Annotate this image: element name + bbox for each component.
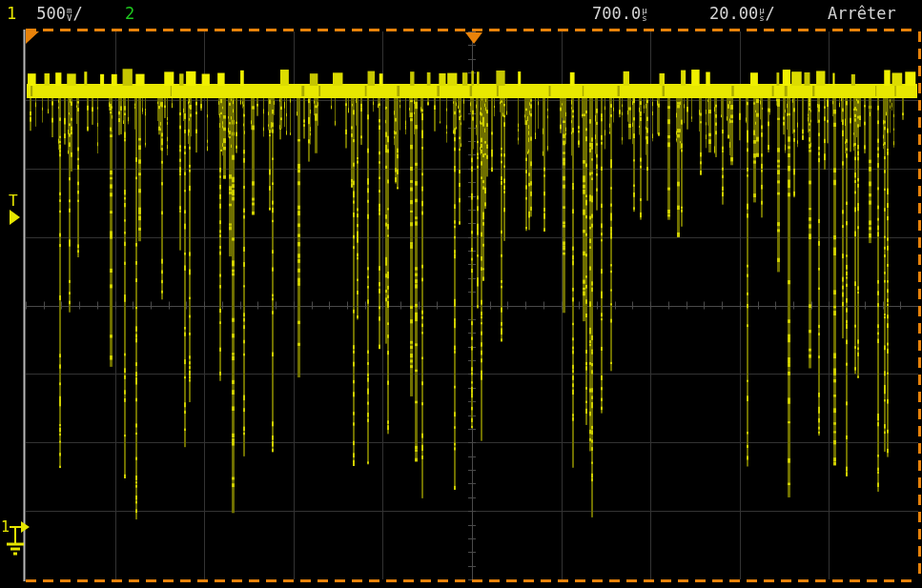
channel1-status: 1 500 m V / xyxy=(7,0,83,27)
waveform-display xyxy=(0,0,922,588)
timebase-unit: µ s xyxy=(759,7,764,22)
channel1-unit: m V xyxy=(67,7,72,22)
timebase-readout: 20.00 µ s / xyxy=(709,0,775,27)
delay-unit: µ s xyxy=(642,7,646,22)
channel2-number: 2 xyxy=(125,0,134,27)
trigger-level-marker[interactable]: T xyxy=(6,193,29,225)
delay-readout: 700.0 µ s xyxy=(592,0,648,27)
channel1-per-div-slash: / xyxy=(72,0,82,27)
trigger-level-label: T xyxy=(6,193,29,210)
run-state-label: Arrêter xyxy=(828,0,896,27)
ground-channel-number: 1 xyxy=(1,518,10,536)
channel1-number: 1 xyxy=(7,0,16,27)
channel1-scale: 500 xyxy=(36,0,66,27)
timebase-per-div-slash: / xyxy=(766,0,775,27)
trigger-level-arrow-icon xyxy=(10,210,20,225)
status-bar: 1 500 m V / 2 700.0 µ s 20.00 µ s / xyxy=(0,0,922,27)
trigger-time-marker-icon[interactable] xyxy=(465,32,482,44)
oscilloscope-screen: 1 500 m V / 2 700.0 µ s 20.00 µ s / xyxy=(0,0,922,588)
run-state: Arrêter xyxy=(828,0,896,27)
channel1-ground-marker[interactable]: 1 xyxy=(1,515,31,566)
sweep-start-marker-icon xyxy=(26,31,39,44)
timebase-value: 20.00 xyxy=(709,0,758,27)
ground-icon: 1 xyxy=(1,515,31,562)
channel2-status: 2 xyxy=(125,0,134,27)
delay-value: 700.0 xyxy=(592,0,641,27)
